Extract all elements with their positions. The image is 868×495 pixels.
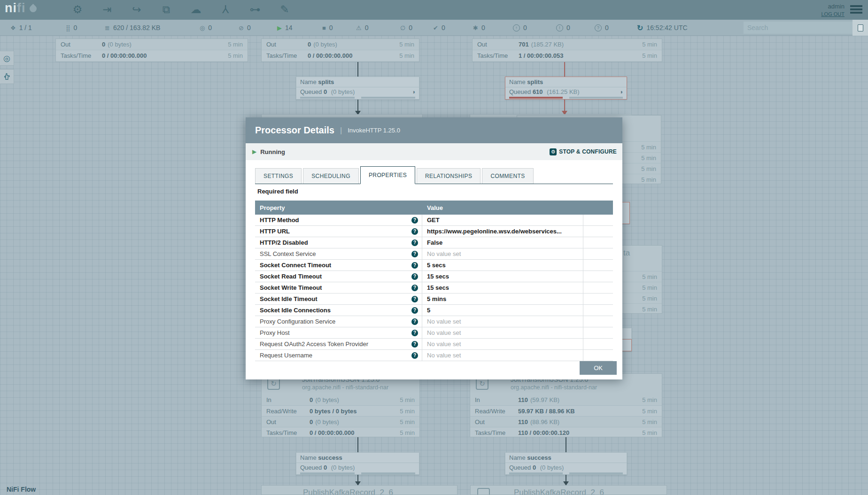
logout-link[interactable]: LOG OUT (821, 11, 845, 18)
connection-label-success-right[interactable]: Name success Queued 0 (0 bytes) (505, 452, 627, 475)
help-icon[interactable]: ? (411, 217, 418, 224)
refresh-icon[interactable]: ↻ (637, 23, 643, 32)
help-icon[interactable]: ? (411, 341, 418, 348)
status-refresh: ↻ 16:52:42 UTC (637, 20, 688, 36)
cluster-icon: ❖ (10, 24, 16, 31)
help-icon[interactable]: ? (411, 262, 418, 269)
funnel-tool-icon[interactable]: Y (217, 2, 233, 15)
table-row[interactable]: HTTP URL? https://www.pegelonline.wsv.de… (255, 226, 613, 237)
help-icon[interactable]: ? (411, 330, 418, 336)
stop-and-configure-button[interactable]: ⚙ STOP & CONFIGURE (550, 148, 617, 155)
status-stale: ↑ 0 (513, 20, 527, 36)
bulletin-board-button[interactable] (852, 20, 868, 36)
help-icon[interactable]: ? (411, 352, 418, 359)
table-row[interactable]: Socket Idle Connections? 5 (255, 305, 613, 316)
transmit-icon: ◎ (200, 24, 205, 31)
warning-icon: ⚠ (356, 24, 362, 31)
queue-list-icon: ≣ (105, 24, 110, 31)
processor-icon (477, 488, 490, 495)
help-icon[interactable]: ? (411, 296, 418, 302)
queue-indicator-icon: ◑ (411, 87, 415, 96)
template-tool-icon[interactable]: ⊶ (247, 3, 263, 16)
backpressure-bars (296, 96, 419, 99)
help-icon[interactable]: ? (411, 307, 418, 314)
tab-settings[interactable]: SETTINGS (255, 168, 302, 184)
remote-process-group-tool-icon[interactable]: ☁ (188, 3, 204, 16)
processor-state: Running (260, 148, 285, 155)
processor-name-partial: ta (623, 248, 630, 258)
help-icon[interactable]: ? (411, 285, 418, 291)
help-icon[interactable]: ? (411, 251, 418, 257)
table-row[interactable]: SSL Context Service? No value set (255, 248, 613, 260)
output-port-tool-icon[interactable]: ↪ (129, 3, 145, 16)
question-circle-icon: ? (595, 24, 602, 31)
last-refreshed-time: 16:52:42 UTC (646, 24, 687, 31)
table-row[interactable]: HTTP Method? GET (255, 215, 613, 226)
connection-queue: Queued 0 (0 bytes) (505, 463, 627, 472)
connection-label-success-left[interactable]: Name success Queued 0 (0 bytes) (296, 452, 419, 475)
status-not-transmitting: ⊘ 0 (239, 20, 251, 36)
breadcrumb[interactable]: NiFi Flow (7, 486, 36, 493)
play-icon: ▶ (277, 24, 282, 31)
tab-relationships[interactable]: RELATIONSHIPS (417, 168, 480, 184)
navigate-icon: ◎ (3, 54, 10, 63)
operate-palette-button[interactable] (0, 69, 14, 84)
status-queued: ≣ 620 / 163.82 KB (105, 20, 160, 36)
processor-tool-icon[interactable]: ⚙ (70, 3, 85, 16)
dialog-header: Processor Details | InvokeHTTP 1.25.0 (246, 117, 622, 143)
search-input[interactable] (744, 22, 852, 34)
table-row[interactable]: Socket Write Timeout? 15 secs (255, 282, 613, 294)
tab-properties[interactable]: PROPERTIES (360, 166, 415, 184)
table-row[interactable]: Socket Read Timeout? 15 secs (255, 271, 613, 282)
table-row[interactable]: Proxy Host? No value set (255, 327, 613, 339)
table-row[interactable]: Socket Idle Timeout? 5 mins (255, 294, 613, 305)
processor-details-dialog: Processor Details | InvokeHTTP 1.25.0 ▶ … (246, 117, 622, 379)
processor-stats-top-right[interactable]: Out 701 (185.27 KB) 5 min Tasks/Time 1 /… (472, 39, 662, 62)
help-icon[interactable]: ? (411, 228, 418, 235)
processor-stats-top-middle[interactable]: Out 0 (0 bytes) 5 min Tasks/Time 0 / 00:… (261, 39, 419, 62)
processor-kafka-left[interactable]: PublishKafkaRecord_2_6 (261, 485, 457, 495)
label-tool-icon[interactable]: ✎ (277, 3, 293, 16)
page-icon (858, 24, 863, 31)
processor-stats-top-left[interactable]: Out 0 (0 bytes) 5 min Tasks/Time 0 / 00:… (55, 39, 248, 62)
navigate-palette-button[interactable]: ◎ (0, 51, 14, 66)
title-separator: | (340, 126, 342, 135)
status-disabled: ∅ 0 (400, 20, 412, 36)
table-header: Property Value (255, 201, 613, 215)
flow-status-bar: ❖ 1 / 1 ⣿ 0 ≣ 620 / 163.82 KB ◎ 0 ⊘ 0 ▶ … (0, 20, 868, 36)
queue-indicator-icon: ◑ (619, 87, 623, 96)
status-transmitting: ◎ 0 (200, 20, 212, 36)
connection-queue: Queued 0 (0 bytes) ◑ (296, 87, 419, 96)
tab-scheduling[interactable]: SCHEDULING (303, 168, 359, 184)
connection-label-splits-right[interactable]: Name splits Queued 610 (161.25 KB) ◑ (505, 77, 627, 100)
global-menu-button[interactable] (850, 5, 862, 15)
table-row[interactable]: HTTP/2 Disabled? False (255, 237, 613, 248)
ok-button[interactable]: OK (580, 361, 617, 375)
processor-jolt-left[interactable]: ↻ JoltTransformJSON 1.25.0 org.apache.ni… (261, 373, 420, 437)
table-row[interactable]: Request OAuth2 Access Token Provider? No… (255, 339, 613, 350)
processor-type: PublishKafkaRecord_2_6 (514, 488, 604, 495)
table-row-partial[interactable]: Request Username? No value set (255, 350, 613, 361)
stat-row: Tasks/Time 0 / 00:00:00.000 5 min (56, 50, 248, 61)
stat-row: Out 701 (185.27 KB) 5 min (473, 39, 662, 50)
stat-row: Tasks/Time 0 / 00:00:00.000 5 min (262, 50, 419, 61)
table-row[interactable]: Socket Connect Timeout? 5 secs (255, 260, 613, 271)
process-group-tool-icon[interactable]: ⧉ (158, 3, 174, 16)
status-locally-modified: ✱ 0 (473, 20, 485, 36)
input-port-tool-icon[interactable]: ⇥ (99, 3, 115, 16)
processor-kafka-right[interactable]: PublishKafkaRecord_2_6 (470, 485, 667, 495)
backpressure-bars (505, 472, 627, 474)
connection-name: Name splits (505, 77, 627, 87)
current-user: admin LOG OUT (821, 2, 845, 18)
processor-jolt-right[interactable]: ↻ JoltTransformJSON 1.25.0 org.apache.ni… (470, 373, 662, 437)
connection-line-red (564, 100, 565, 111)
stat-row: Tasks/Time 1 / 00:00:00.053 5 min (473, 50, 662, 61)
tab-comments[interactable]: COMMENTS (482, 168, 533, 184)
connection-line (357, 62, 358, 77)
status-invalid: ⚠ 0 (356, 20, 368, 36)
help-icon[interactable]: ? (411, 240, 418, 246)
connection-label-splits-left[interactable]: Name splits Queued 0 (0 bytes) ◑ (296, 77, 419, 100)
help-icon[interactable]: ? (411, 318, 418, 325)
table-row[interactable]: Proxy Configuration Service? No value se… (255, 316, 613, 327)
help-icon[interactable]: ? (411, 273, 418, 280)
